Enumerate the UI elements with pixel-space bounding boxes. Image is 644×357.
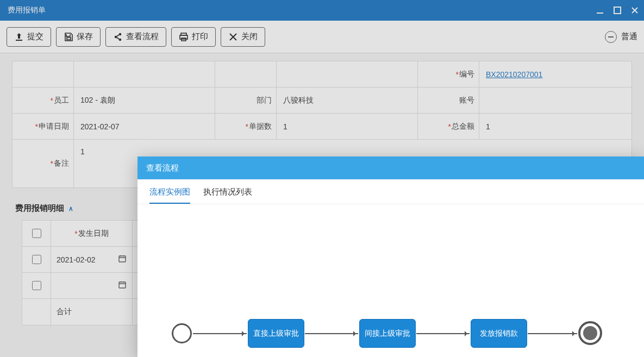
window-titlebar: 费用报销单: [0, 0, 644, 21]
totalamount-value[interactable]: 1: [479, 114, 632, 140]
modal-title: 查看流程: [137, 156, 644, 179]
mode-toggle[interactable]: 普通: [605, 31, 637, 43]
print-icon: [179, 32, 189, 42]
close-icon: [228, 32, 238, 42]
maximize-button[interactable]: [614, 7, 621, 14]
sum-label: 合计: [51, 299, 133, 325]
empty-label: [12, 61, 74, 87]
row-check[interactable]: [22, 247, 51, 273]
occurdate-header: *发生日期: [51, 221, 133, 247]
svg-rect-8: [119, 256, 126, 262]
submit-button[interactable]: 提交: [7, 27, 51, 47]
billcount-value[interactable]: 1: [277, 114, 418, 140]
save-icon: [64, 32, 73, 42]
mode-icon: [605, 31, 617, 43]
bpmn-task-1: 直接上级审批: [248, 319, 304, 348]
tab-history[interactable]: 执行情况列表: [203, 187, 252, 204]
calendar-icon[interactable]: [118, 280, 127, 291]
code-link[interactable]: BX20210207001: [486, 70, 542, 79]
minimize-button[interactable]: [596, 7, 604, 14]
flow-arrow: [193, 333, 247, 334]
svg-point-3: [119, 33, 121, 35]
window-title: 费用报销单: [8, 5, 596, 15]
mode-label: 普通: [621, 32, 637, 42]
flow-canvas: 直接上级审批 间接上级审批 发放报销款: [137, 204, 644, 357]
window-controls: [596, 7, 639, 14]
tab-diagram[interactable]: 流程实例图: [149, 187, 190, 204]
detail-section-title: 费用报销明细: [15, 203, 64, 214]
empty-label-2: [215, 61, 277, 87]
submit-label: 提交: [27, 32, 43, 42]
dept-value[interactable]: 八骏科技: [277, 87, 418, 114]
checkall-cell[interactable]: [22, 221, 51, 247]
remark-label: 备注: [12, 140, 74, 187]
dept-label: 部门: [215, 87, 277, 114]
svg-point-4: [119, 38, 121, 40]
close-window-button[interactable]: [631, 7, 639, 14]
toolbar: 提交 保存 查看流程 打印 关闭 普通: [0, 21, 644, 53]
remark-value[interactable]: 1: [74, 140, 139, 187]
share-icon: [113, 32, 123, 42]
svg-rect-9: [119, 282, 126, 288]
applydate-value[interactable]: 2021-02-07: [74, 114, 215, 140]
row-occurdate[interactable]: 2021-02-02: [51, 247, 133, 273]
print-label: 打印: [192, 32, 208, 42]
svg-rect-0: [597, 12, 603, 14]
bpmn-task-2: 间接上级审批: [359, 319, 416, 348]
billcount-label: 单据数: [215, 114, 277, 140]
close-button[interactable]: 关闭: [221, 27, 265, 47]
upload-icon: [14, 32, 24, 42]
svg-rect-1: [614, 7, 621, 14]
bpmn-task-3: 发放报销款: [471, 319, 527, 348]
applydate-label: 申请日期: [12, 114, 74, 140]
print-button[interactable]: 打印: [171, 27, 216, 47]
save-label: 保存: [77, 32, 93, 42]
save-button[interactable]: 保存: [56, 27, 101, 47]
account-label: 账号: [418, 87, 479, 114]
totalamount-label: 总金额: [418, 114, 479, 140]
sum-check-spacer: [22, 299, 51, 325]
flow-modal: 查看流程 流程实例图 执行情况列表 直接上级审批 间接上级审批 发放报销款: [137, 156, 644, 357]
empty-value: [74, 61, 215, 87]
svg-rect-6: [180, 35, 187, 39]
checkall-box[interactable]: [32, 229, 41, 238]
chevron-up-icon: ∧: [68, 205, 73, 212]
code-label: 编号: [418, 61, 479, 87]
row-occurdate[interactable]: [51, 273, 133, 299]
flow-arrow: [416, 333, 470, 334]
view-flow-button[interactable]: 查看流程: [105, 27, 166, 47]
close-label: 关闭: [241, 32, 258, 42]
row-checkbox[interactable]: [32, 255, 41, 264]
row-check[interactable]: [22, 273, 51, 299]
flow-arrow: [528, 333, 577, 334]
modal-tabs: 流程实例图 执行情况列表: [137, 179, 644, 204]
flow-arrow: [305, 333, 358, 334]
bpmn-start-event: [172, 323, 192, 343]
empty-value-2: [277, 61, 418, 87]
view-flow-label: 查看流程: [126, 32, 159, 42]
row-checkbox[interactable]: [32, 281, 41, 290]
calendar-icon[interactable]: [118, 254, 127, 265]
account-value[interactable]: [479, 87, 632, 114]
code-value[interactable]: BX20210207001: [479, 61, 632, 87]
employee-value[interactable]: 102 - 袁朗: [74, 87, 215, 114]
employee-label: 员工: [12, 87, 74, 114]
bpmn-end-event: [578, 321, 602, 345]
